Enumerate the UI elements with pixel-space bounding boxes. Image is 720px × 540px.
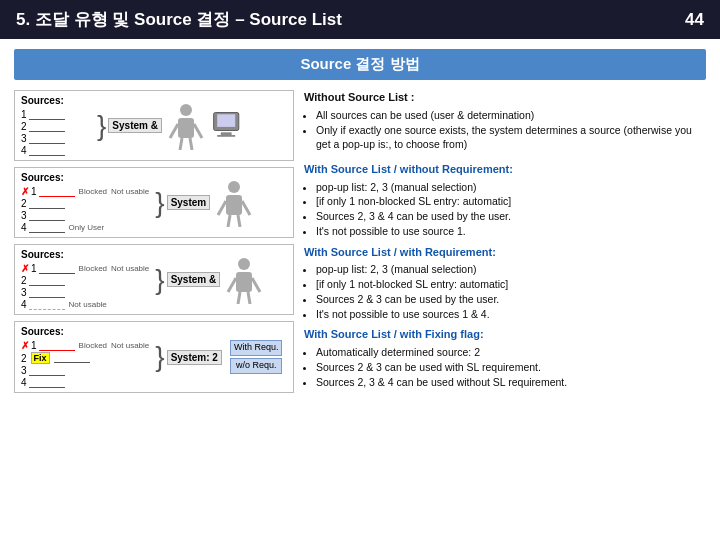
wo-requ-label: w/o Requ.: [230, 358, 283, 374]
bullet-2-4: It's not possible to use source 1.: [316, 224, 706, 239]
svg-point-16: [238, 258, 250, 270]
sources-list-1: Sources: 1 2 3 4: [21, 95, 91, 156]
svg-line-15: [238, 215, 240, 227]
svg-line-19: [252, 278, 260, 292]
bullet-3-4: It's not possible to use sources 1 & 4.: [316, 307, 706, 322]
svg-point-10: [228, 181, 240, 193]
bullet-2-3: Sources 2, 3 & 4 can be used by the user…: [316, 209, 706, 224]
source-row-3-1: ✗1 Blocked Not usable: [21, 263, 149, 274]
source-row-4-3: 3: [21, 365, 149, 376]
source-row-4-1: ✗1 Blocked Not usable: [21, 340, 149, 351]
svg-rect-8: [221, 132, 232, 135]
svg-line-3: [194, 124, 202, 138]
section-title-2: With Source List / without Requirement:: [304, 162, 706, 178]
system-label-3: System &: [167, 272, 221, 287]
section-bullets-2: pop-up list: 2, 3 (manual selection) [if…: [304, 180, 706, 239]
source-row-3-3: 3: [21, 287, 149, 298]
sources-label-4: Sources:: [21, 326, 149, 337]
bullet-3-1: pop-up list: 2, 3 (manual selection): [316, 262, 706, 277]
source-row-2-3: 3: [21, 210, 149, 221]
section-bullets-1: All sources can be used (user & determin…: [304, 108, 706, 152]
bracket-group-2: } System: [155, 189, 210, 217]
svg-line-12: [218, 201, 226, 215]
person-icon-2: [216, 179, 252, 227]
sources-label-3: Sources:: [21, 249, 149, 260]
text-section-2: With Source List / without Requirement: …: [304, 162, 706, 239]
with-requ-label: With Requ.: [230, 340, 283, 356]
svg-rect-1: [178, 118, 194, 138]
diagram-2: Sources: ✗1 Blocked Not usable 2 3 4Only…: [14, 167, 294, 238]
source-row-1-4: 4: [21, 145, 91, 156]
section-bullets-3: pop-up list: 2, 3 (manual selection) [if…: [304, 262, 706, 321]
source-row-3-2: 2: [21, 275, 149, 286]
bracket-group-3: } System &: [155, 266, 220, 294]
sources-list-4: Sources: ✗1 Blocked Not usable 2 Fix 3 4: [21, 326, 149, 388]
content-area: Sources: 1 2 3 4 } System &: [14, 90, 706, 393]
system-label-2: System: [167, 195, 211, 210]
source-row-1-2: 2: [21, 121, 91, 132]
svg-line-21: [248, 292, 250, 304]
svg-line-14: [228, 215, 230, 227]
sources-list-2: Sources: ✗1 Blocked Not usable 2 3 4Only…: [21, 172, 149, 233]
text-section-3: With Source List / with Requirement: pop…: [304, 245, 706, 322]
bullet-1-1: All sources can be used (user & determin…: [316, 108, 706, 123]
computer-icon-1: [210, 106, 246, 146]
source-row-3-4: 4Not usable: [21, 299, 149, 310]
source-row-2-2: 2: [21, 198, 149, 209]
source-row-2-4: 4Only User: [21, 222, 149, 233]
header-title: 5. 조달 유형 및 Source 결정 – Source List: [16, 8, 342, 31]
sources-label-1: Sources:: [21, 95, 91, 106]
diagram-1: Sources: 1 2 3 4 } System &: [14, 90, 294, 161]
main-content: Source 결정 방법 Sources: 1 2 3 4 } System &: [0, 39, 720, 403]
source-row-4-4: 4: [21, 377, 149, 388]
sub-header: Source 결정 방법: [14, 49, 706, 80]
section-title-3: With Source List / with Requirement:: [304, 245, 706, 261]
bullet-4-3: Sources 2, 3 & 4 can be used without SL …: [316, 375, 706, 390]
bullet-1-2: Only if exactly one source exists, the s…: [316, 123, 706, 152]
text-section-4: With Source List / with Fixing flag: Aut…: [304, 327, 706, 393]
svg-line-5: [190, 138, 192, 150]
source-row-4-2: 2 Fix: [21, 352, 149, 364]
section-title-1: Without Source List :: [304, 90, 706, 106]
person-icon-1: [168, 102, 204, 150]
svg-line-18: [228, 278, 236, 292]
person-icon-3: [226, 256, 262, 304]
section-bullets-4: Automatically determined source: 2 Sourc…: [304, 345, 706, 389]
svg-rect-9: [217, 135, 235, 137]
svg-line-2: [170, 124, 178, 138]
requ-labels: With Requ. w/o Requ.: [230, 340, 283, 373]
bullet-2-1: pop-up list: 2, 3 (manual selection): [316, 180, 706, 195]
sources-label-2: Sources:: [21, 172, 149, 183]
bullet-2-2: [if only 1 non-blocked SL entry: automat…: [316, 194, 706, 209]
svg-line-13: [242, 201, 250, 215]
bullet-3-2: [if only 1 not-blocked SL entry: automat…: [316, 277, 706, 292]
page-header: 5. 조달 유형 및 Source 결정 – Source List 44: [0, 0, 720, 39]
svg-rect-11: [226, 195, 242, 215]
bracket-group-4: } System: 2: [155, 343, 222, 371]
svg-line-4: [180, 138, 182, 150]
sources-list-3: Sources: ✗1 Blocked Not usable 2 3 4Not …: [21, 249, 149, 310]
source-row-1-1: 1: [21, 109, 91, 120]
system-label-4: System: 2: [167, 350, 222, 365]
diagram-4: Sources: ✗1 Blocked Not usable 2 Fix 3 4: [14, 321, 294, 393]
text-column: Without Source List : All sources can be…: [304, 90, 706, 393]
source-row-2-1: ✗1 Blocked Not usable: [21, 186, 149, 197]
source-row-1-3: 3: [21, 133, 91, 144]
svg-line-20: [238, 292, 240, 304]
section-title-4: With Source List / with Fixing flag:: [304, 327, 706, 343]
page-number: 44: [685, 10, 704, 30]
text-section-1: Without Source List : All sources can be…: [304, 90, 706, 156]
system-label-1: System &: [108, 118, 162, 133]
svg-rect-7: [217, 114, 235, 127]
bullet-4-2: Sources 2 & 3 can be used with SL requir…: [316, 360, 706, 375]
diagram-3: Sources: ✗1 Blocked Not usable 2 3 4Not …: [14, 244, 294, 315]
diagram-column: Sources: 1 2 3 4 } System &: [14, 90, 294, 393]
bullet-4-1: Automatically determined source: 2: [316, 345, 706, 360]
bracket-group-1: } System &: [97, 112, 162, 140]
svg-point-0: [180, 104, 192, 116]
svg-rect-17: [236, 272, 252, 292]
bullet-3-3: Sources 2 & 3 can be used by the user.: [316, 292, 706, 307]
